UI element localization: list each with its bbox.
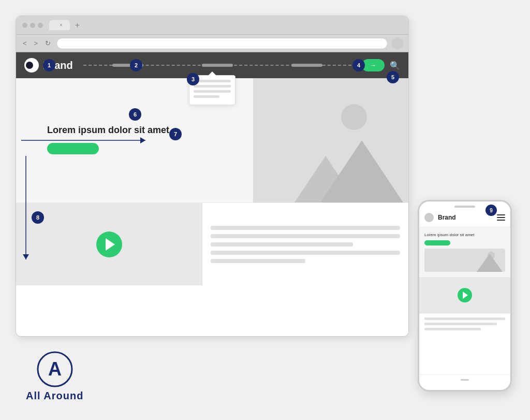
browser-address-bar[interactable] [56,38,388,49]
mobile-video-block [419,277,510,313]
hero-arrow-annotation [21,140,156,141]
dropdown-line-3 [194,90,231,93]
all-around-icon: A [36,351,73,388]
nav-cta-button[interactable]: → [362,59,385,71]
badge-1: 1 [43,59,55,71]
browser-forward-button[interactable]: > [33,38,40,48]
browser-dot-green [38,23,43,28]
badge-2: 2 [130,59,142,71]
mobile-play-icon [463,292,468,299]
nav-line-container [83,64,351,67]
browser-dots [22,23,43,28]
badge-8: 8 [32,211,44,224]
mobile-hero-title: Lorem ipsum dolor sit amet [424,233,505,237]
mobile-mockup: Brand 9 Lorem ipsum dolor sit amet [418,200,512,392]
all-around-logo: A All Around [26,351,83,402]
text-line-1 [211,226,400,230]
content-text-block [202,203,408,285]
hamburger-line-1 [497,214,505,215]
brand-logo [24,58,39,73]
mobile-hero-btn[interactable] [424,240,450,245]
hero-title: Lorem ipsum dolor sit amet [47,125,238,136]
mobile-mountain [477,254,503,272]
all-around-label: All Around [26,390,83,402]
badge-3: 3 [187,73,199,85]
mobile-site-navbar: Brand 9 [419,208,510,227]
browser-reload-button[interactable]: ↻ [43,38,52,48]
browser-dot-yellow [30,23,35,28]
browser-user-icon [392,38,403,49]
badge-7: 7 [169,128,182,140]
hamburger-line-2 [497,217,505,218]
mobile-text-lines [419,313,510,337]
nav-items-over-line [83,64,351,67]
hero-cta-button[interactable] [47,143,99,154]
badge-6: 6 [129,108,141,121]
text-line-5 [211,259,305,263]
mobile-brand-name: Brand [438,214,493,221]
browser-nav-bar: < > ↻ [16,35,408,52]
play-button[interactable] [96,231,122,257]
mobile-play-button[interactable] [458,288,472,302]
text-line-4 [211,251,400,255]
vertical-arrow-annotation [25,156,26,270]
mobile-hero-image [424,249,505,272]
browser-tab[interactable]: × [49,20,70,30]
badge-9: 9 [485,205,497,216]
svg-text:A: A [48,358,62,380]
text-line-2 [211,234,400,238]
browser-new-tab[interactable]: + [72,21,83,30]
site-navbar: Brand → 🔍 [16,52,408,78]
badge-5: 5 [387,71,399,83]
nav-item-2[interactable] [202,64,233,67]
browser-window: × + < > ↻ Brand [16,16,409,337]
nav-item-3[interactable] [291,64,322,67]
nav-cta-arrow: → [370,62,376,69]
hero-mountain-front [320,140,403,202]
badge-4: 4 [352,59,365,71]
search-icon[interactable]: 🔍 [390,61,400,70]
mobile-text-line-3 [424,328,481,330]
hero-image [253,78,408,202]
play-icon [106,238,115,251]
hero-sun [341,104,367,130]
hamburger-line-3 [497,220,505,221]
dropdown-line-2 [194,85,231,88]
dropdown-line-4 [194,95,219,98]
mobile-bottom-nav [419,374,510,385]
browser-chrome: × + [16,16,408,35]
mobile-text-line-2 [424,323,497,325]
brand-logo-inner [26,62,33,69]
site-content-row: 8 [16,202,408,285]
browser-back-button[interactable]: < [21,38,28,48]
video-block: 8 [16,203,202,285]
mobile-text-line-1 [424,317,505,320]
browser-tab-close[interactable]: × [60,22,63,28]
mobile-home-indicator [461,379,469,381]
mobile-hero: Lorem ipsum dolor sit amet [419,227,510,277]
text-line-3 [211,242,353,247]
hamburger-menu-button[interactable] [497,214,505,221]
website-content: Brand → 🔍 [16,52,408,336]
mobile-brand-logo [424,213,434,222]
page-wrapper: × + < > ↻ Brand [0,0,530,420]
browser-dot-red [22,23,27,28]
